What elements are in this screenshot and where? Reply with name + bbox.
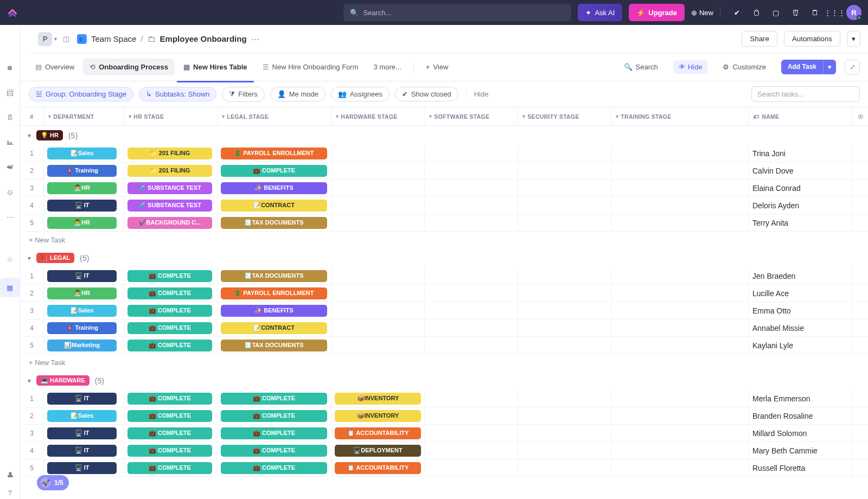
- new-button[interactable]: ⊕ New: [691, 9, 713, 17]
- hardware-pill[interactable]: 📦INVENTORY: [335, 410, 421, 422]
- group-header[interactable]: ▾ 📕 LEGAL (5): [20, 248, 868, 267]
- dept-pill[interactable]: 🧯 Training: [47, 165, 117, 177]
- dept-pill[interactable]: 🖥️ IT: [47, 200, 117, 212]
- dept-pill[interactable]: 📝Sales: [47, 305, 117, 317]
- new-task-button[interactable]: + New Task: [20, 354, 868, 371]
- legal-pill[interactable]: 💼 COMPLETE: [221, 462, 327, 474]
- dept-pill[interactable]: 🖥️ IT: [47, 393, 117, 405]
- row-name[interactable]: Branden Rosaline: [749, 407, 852, 424]
- search-toggle[interactable]: 🔍Search: [617, 59, 665, 75]
- tab-overview[interactable]: ▤Overview: [29, 59, 81, 75]
- hr-pill[interactable]: 💼 COMPLETE: [127, 270, 212, 282]
- dept-pill[interactable]: 👨‍💼HR: [47, 287, 117, 299]
- legal-pill[interactable]: 📝CONTRACT: [221, 200, 327, 212]
- notes-icon[interactable]: 🗒︎: [809, 7, 820, 18]
- hr-pill[interactable]: 📁 201 FILING: [127, 148, 212, 159]
- hr-pill[interactable]: 💼 COMPLETE: [127, 410, 212, 422]
- legal-pill[interactable]: 💼 COMPLETE: [221, 427, 327, 439]
- table-row[interactable]: 5 👨‍💼HR ✔️BACKGROUND C... 🧾TAX DOCUMENTS…: [20, 214, 868, 232]
- dept-pill[interactable]: 👨‍💼HR: [47, 217, 117, 229]
- filters-chip[interactable]: ⧩Filters: [222, 87, 264, 102]
- assignees-chip[interactable]: 👥Assignees: [331, 87, 390, 101]
- row-name[interactable]: Merla Emmerson: [749, 390, 852, 407]
- customize-button[interactable]: ⚙Customize: [716, 59, 772, 75]
- th-name[interactable]: 🏷NAME: [749, 107, 852, 125]
- dept-pill[interactable]: 📊Marketing: [47, 340, 117, 351]
- hr-pill[interactable]: 💼 COMPLETE: [127, 427, 212, 439]
- dept-pill[interactable]: 👨‍💼HR: [47, 182, 117, 194]
- row-name[interactable]: Trina Joni: [749, 145, 852, 162]
- expand-icon[interactable]: ⤢: [845, 60, 860, 75]
- hr-pill[interactable]: 💼 COMPLETE: [127, 393, 212, 405]
- table-row[interactable]: 4 🖥️ IT 🧪 SUBSTANCE TEST 📝CONTRACT Delor…: [20, 197, 868, 214]
- add-task-caret[interactable]: ▾: [823, 60, 836, 74]
- table-row[interactable]: 3 📝Sales 💼 COMPLETE ✨ BENEFITS Emma Otto: [20, 302, 868, 319]
- table-row[interactable]: 4 🧯 Training 💼 COMPLETE 📝CONTRACT Annabe…: [20, 319, 868, 337]
- inbox-icon[interactable]: 📨︎: [3, 86, 16, 99]
- dept-pill[interactable]: 📝Sales: [47, 148, 117, 159]
- invite-icon[interactable]: 👤︎: [7, 471, 14, 479]
- add-task-button[interactable]: Add Task: [781, 60, 823, 74]
- clips-icon[interactable]: 📹︎: [3, 161, 16, 174]
- row-name[interactable]: Jen Braeden: [749, 267, 852, 284]
- th-training-stage[interactable]: ▾TRAINING STAGE: [611, 107, 749, 125]
- dept-pill[interactable]: 🖥️ IT: [47, 462, 117, 474]
- tab-more[interactable]: 3 more...: [367, 59, 407, 75]
- timesheets-icon[interactable]: ⊙: [3, 185, 16, 199]
- tab-form[interactable]: ☰New Hire Onboarding Form: [256, 59, 365, 75]
- legal-pill[interactable]: 💼 COMPLETE: [221, 410, 327, 422]
- group-header[interactable]: ▾ 💡 HR (5): [20, 126, 868, 145]
- hardware-pill[interactable]: 📦INVENTORY: [335, 393, 421, 405]
- table-row[interactable]: 2 🧯 Training 📁 201 FILING 💼 COMPLETE Cal…: [20, 162, 868, 180]
- th-legal-stage[interactable]: ▾LEGAL STAGE: [218, 107, 331, 125]
- table-row[interactable]: 4 🖥️ IT 💼 COMPLETE 💼 COMPLETE 🖥️DEPLOYME…: [20, 442, 868, 459]
- table-row[interactable]: 3 🖥️ IT 💼 COMPLETE 💼 COMPLETE 📋 ACCOUNTA…: [20, 425, 868, 442]
- th-software-stage[interactable]: ▾SOFTWARE STAGE: [425, 107, 518, 125]
- row-name[interactable]: Emma Otto: [749, 302, 852, 319]
- search-tasks-input[interactable]: Search tasks...: [751, 86, 860, 102]
- more-icon[interactable]: ⋯: [3, 210, 16, 223]
- dept-pill[interactable]: 🖥️ IT: [47, 427, 117, 439]
- add-view-button[interactable]: +View: [419, 59, 455, 75]
- automations-button[interactable]: Automations: [784, 31, 840, 47]
- check-icon[interactable]: ✔︎: [731, 7, 742, 18]
- row-name[interactable]: Terry Anita: [749, 214, 852, 231]
- table-row[interactable]: 2 📝Sales 💼 COMPLETE 💼 COMPLETE 📦INVENTOR…: [20, 407, 868, 425]
- user-avatar[interactable]: R: [846, 5, 861, 20]
- row-name[interactable]: Deloris Ayden: [749, 197, 852, 214]
- group-chip[interactable]: ☱Group: Onboarding Stage: [29, 87, 133, 101]
- th-security-stage[interactable]: ▾SECURITY STAGE: [518, 107, 611, 125]
- legal-pill[interactable]: 📝CONTRACT: [221, 322, 327, 334]
- table-row[interactable]: 5 🖥️ IT 💼 COMPLETE 💼 COMPLETE 📋 ACCOUNTA…: [20, 459, 868, 477]
- breadcrumb-more-icon[interactable]: ⋯: [251, 34, 259, 44]
- apps-icon[interactable]: ⋮⋮⋮: [829, 7, 840, 18]
- app-logo[interactable]: [7, 7, 18, 18]
- table-row[interactable]: 3 👨‍💼HR 🧪 SUBSTANCE TEST ✨ BENEFITS Elai…: [20, 180, 868, 197]
- add-column[interactable]: ⊕: [852, 107, 868, 125]
- th-department[interactable]: ▾DEPARTMENT: [44, 107, 124, 125]
- row-name[interactable]: Lucille Ace: [749, 285, 852, 302]
- subtasks-chip[interactable]: ↳Subtasks: Shown: [139, 87, 216, 101]
- tab-new-hires[interactable]: ▦New Hires Table: [177, 59, 253, 75]
- table-row[interactable]: 2 👨‍💼HR 💼 COMPLETE 💲 PAYROLL ENROLLMENT …: [20, 285, 868, 302]
- hr-pill[interactable]: 💼 COMPLETE: [127, 287, 212, 299]
- clipboard-icon[interactable]: 📋︎: [751, 7, 762, 18]
- help-icon[interactable]: ?: [8, 489, 11, 497]
- star-icon[interactable]: ☆: [3, 253, 16, 266]
- home-icon[interactable]: 🏠︎: [3, 61, 16, 74]
- hr-pill[interactable]: ✔️BACKGROUND C...: [127, 217, 212, 229]
- legal-pill[interactable]: ✨ BENEFITS: [221, 305, 327, 317]
- global-search[interactable]: 🔍 Search...: [343, 4, 571, 21]
- legal-pill[interactable]: 💲 PAYROLL ENROLLMENT: [221, 287, 327, 299]
- table-row[interactable]: 5 📊Marketing 💼 COMPLETE 🧾TAX DOCUMENTS K…: [20, 337, 868, 354]
- th-hr-stage[interactable]: ▾HR STAGE: [124, 107, 218, 125]
- onboarding-progress[interactable]: 🚀 1/5: [37, 475, 69, 490]
- hardware-pill[interactable]: 📋 ACCOUNTABILITY: [335, 462, 421, 474]
- row-name[interactable]: Annabel Missie: [749, 319, 852, 336]
- hr-pill[interactable]: 💼 COMPLETE: [127, 462, 212, 474]
- table-row[interactable]: 1 📝Sales 📁 201 FILING 💲 PAYROLL ENROLLME…: [20, 145, 868, 162]
- row-name[interactable]: Russell Floretta: [749, 459, 852, 476]
- new-task-button[interactable]: + New Task: [20, 232, 868, 248]
- panel-toggle-icon[interactable]: ◫: [63, 35, 69, 43]
- video-icon[interactable]: ▢: [770, 7, 781, 18]
